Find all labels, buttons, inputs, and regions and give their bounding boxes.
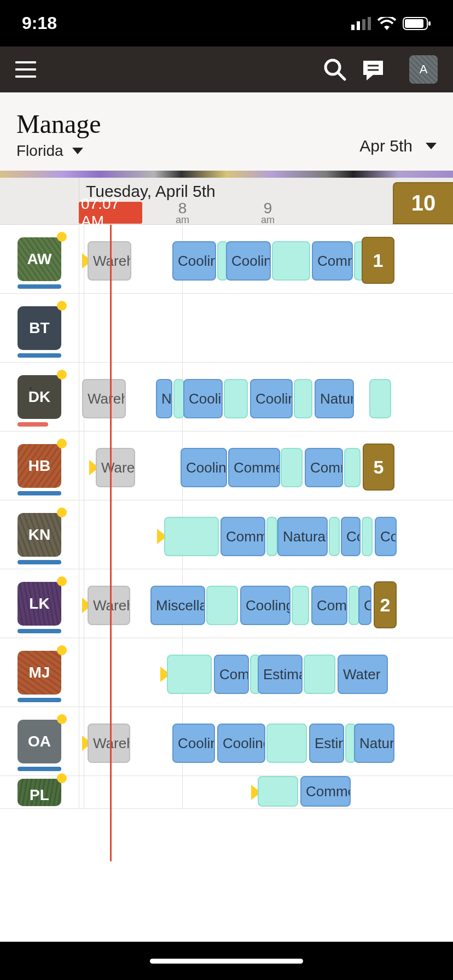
schedule-row[interactable]: LKWarehMiscellaCoolingComC2 [0,569,453,638]
event-block[interactable]: Coolin [250,379,293,418]
event-block[interactable] [349,586,359,625]
schedule-rows[interactable]: AWWarehCoolinCoolinComm1BTDKWarehNaCooli… [0,225,453,861]
event-block[interactable]: Com [311,586,347,625]
tech-avatar[interactable]: HB [18,444,61,488]
menu-button[interactable] [15,59,36,80]
event-block[interactable]: Coolin [172,241,216,281]
avatar[interactable]: A [409,55,438,84]
event-block[interactable]: Com [214,655,249,694]
schedule-row[interactable]: AWWarehCoolinCoolinComm1 [0,225,453,294]
tech-avatar[interactable]: OA [18,720,61,763]
status-dot [57,714,67,724]
event-block[interactable]: Water [338,655,388,694]
tech-cell[interactable]: HB [0,431,79,500]
badge-count[interactable]: 5 [363,444,394,491]
event-block[interactable]: Coolir [183,379,223,418]
chat-button[interactable] [359,55,387,84]
event-block[interactable]: Coolin [172,724,215,763]
tech-avatar[interactable]: BT [18,306,61,350]
event-block[interactable] [281,448,303,487]
event-block[interactable]: Comme [300,776,351,807]
event-block[interactable] [173,379,184,418]
event-block[interactable]: Wareh [82,379,126,418]
schedule-row[interactable]: OAWarehCoolinCoolingEstinNatura [0,707,453,776]
tech-avatar[interactable]: KN [18,513,61,557]
event-block[interactable]: Natur [315,379,354,418]
event-block[interactable]: Comm [312,241,353,281]
event-block[interactable] [294,379,312,418]
event-block[interactable] [164,517,219,556]
timeline-header: Tuesday, April 5th 07:07 AM 8 am 9 am 10 [0,178,453,225]
event-block[interactable] [258,776,298,807]
event-block[interactable] [304,655,335,694]
event-block[interactable] [362,517,373,556]
event-block[interactable]: Co [341,517,361,556]
event-block[interactable]: Cor [375,517,397,556]
location-selector[interactable]: Florida [16,142,101,160]
date-selector[interactable]: Apr 5th [359,137,437,160]
tech-cell[interactable]: PL [0,776,79,808]
event-block[interactable] [369,379,391,418]
event-block[interactable]: Wareh [88,724,130,763]
event-block[interactable]: Wareh [96,448,135,487]
event-block[interactable]: Comr [305,448,343,487]
event-block[interactable]: Cooling [217,724,265,763]
tech-cell[interactable]: BT [0,294,79,362]
event-block[interactable]: Wareh [88,586,130,625]
row-track[interactable]: Comme [79,776,453,808]
event-block[interactable]: Estimat [258,655,303,694]
event-block[interactable]: Comm [220,517,265,556]
event-block[interactable]: C [358,586,371,625]
row-track[interactable]: WarehCoolinCoolingEstinNatura [79,707,453,775]
event-block[interactable]: Natura [354,724,394,763]
event-block[interactable]: Wareh [88,241,131,281]
event-block[interactable]: Na [156,379,172,418]
schedule-row[interactable]: KNCommNaturalCoCor [0,500,453,569]
event-block[interactable] [344,448,361,487]
row-track[interactable] [79,294,453,362]
event-block[interactable] [206,586,238,625]
tech-cell[interactable]: DK [0,363,79,431]
schedule-row[interactable]: BT [0,294,453,363]
event-block[interactable] [272,241,310,281]
event-block[interactable]: Coolin [226,241,271,281]
row-track[interactable]: WarehCoolingCommerComr5 [79,431,453,500]
event-block[interactable]: Miscella [150,586,205,625]
event-block[interactable] [292,586,309,625]
event-block[interactable] [266,724,307,763]
tech-cell[interactable]: LK [0,569,79,638]
tech-cell[interactable]: KN [0,500,79,569]
status-dot [57,301,67,311]
event-block[interactable] [266,517,277,556]
schedule-row[interactable]: PLComme [0,776,453,809]
event-block[interactable] [224,379,248,418]
event-block[interactable]: Cooling [181,448,227,487]
row-track[interactable]: WarehCoolinCoolinComm1 [79,225,453,293]
event-block[interactable]: Natural [277,517,328,556]
schedule-row[interactable]: MJComEstimatWater [0,638,453,707]
tech-cell[interactable]: OA [0,707,79,775]
schedule-row[interactable]: HBWarehCoolingCommerComr5 [0,431,453,500]
tech-avatar[interactable]: LK [18,582,61,626]
schedule-row[interactable]: DKWarehNaCoolirCoolinNatur [0,363,453,431]
badge-count[interactable]: 1 [362,237,394,284]
row-track[interactable]: WarehMiscellaCoolingComC2 [79,569,453,638]
event-block[interactable] [167,655,212,694]
search-button[interactable] [321,55,349,84]
home-indicator[interactable] [150,959,303,964]
tech-avatar[interactable]: MJ [18,651,61,695]
event-block[interactable]: Estin [309,724,344,763]
event-block[interactable]: Commer [228,448,280,487]
row-track[interactable]: CommNaturalCoCor [79,500,453,569]
tech-avatar[interactable]: DK [18,375,61,419]
tech-avatar[interactable]: PL [18,779,61,806]
row-track[interactable]: ComEstimatWater [79,638,453,707]
badge-count[interactable]: 2 [374,581,397,628]
tech-cell[interactable]: AW [0,225,79,293]
hour-highlight[interactable]: 10 [393,182,453,224]
tech-avatar[interactable]: AW [18,237,61,281]
row-track[interactable]: WarehNaCoolirCoolinNatur [79,363,453,431]
event-block[interactable] [329,517,340,556]
tech-cell[interactable]: MJ [0,638,79,707]
event-block[interactable]: Cooling [240,586,291,625]
